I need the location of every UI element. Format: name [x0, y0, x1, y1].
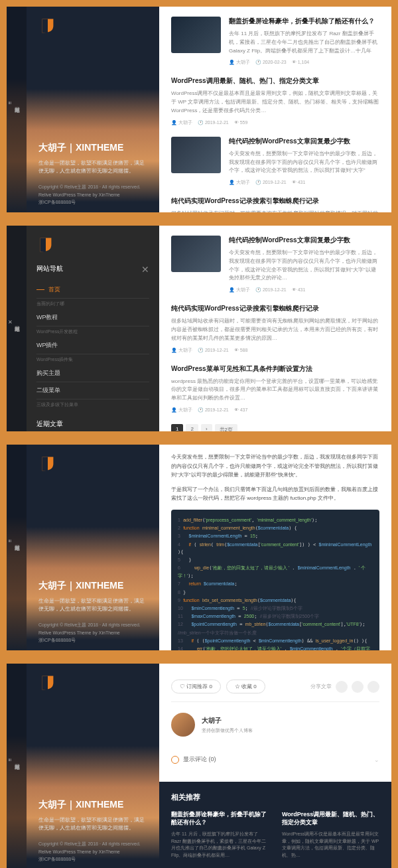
related-item-title: 翻盖折叠屏诠释豪华，折叠手机除了酷还有什么？	[171, 810, 269, 827]
close-icon[interactable]: ✕	[141, 264, 149, 275]
post-item[interactable]: 纯代码实现WordPress记录搜索引擎蜘蛛爬行记录很多站域网站收录有问题时，可…	[171, 304, 379, 353]
sidebar-nav: 网站菜单 ✕ 网站导航 ✕ 首页当面的到了哪WP教程WordPress开发教程W…	[7, 226, 159, 431]
paragraph: 于是我写了一个办法，我们只需简单下面这几句纯的放置到后面的数量，我顺着百度上搜索…	[171, 485, 379, 503]
nav-item[interactable]: WP插件	[36, 337, 149, 354]
post-excerpt: 今天突发奇想，想要限制一下文章评论当中的最少字数，后边，我发现现在很多同学下面的…	[229, 150, 379, 175]
page-1[interactable]: 1	[171, 424, 183, 431]
page-total: 共2页	[215, 424, 237, 431]
close-icon[interactable]: ✕	[7, 319, 13, 325]
post-meta: 👤 大胡子🕐 2019-12-21👁 431	[229, 287, 379, 293]
post-item[interactable]: 纯代码控制WordPress文章回复最少字数今天突发奇想，想要限制一下文章评论当…	[171, 137, 379, 186]
logo-icon[interactable]	[36, 236, 55, 254]
nav-sub: 三级及多级下拉菜单	[36, 399, 149, 410]
avatar[interactable]	[171, 713, 195, 737]
logo-icon[interactable]	[38, 17, 57, 35]
post-excerpt: WordPress调用不仅是最基本而且是最常用到文章，例如，随机文章调用到文章标…	[171, 90, 379, 115]
post-list: 纯代码控制WordPress文章回复最少字数今天突发奇想，想要限制一下文章评论当…	[159, 226, 391, 431]
post-title[interactable]: 纯代码实现WordPress记录搜索引擎蜘蛛爬行记录	[171, 196, 379, 206]
author-icon: 👤 大胡子	[171, 407, 192, 412]
article-body: 今天突发奇想，想要限制一下文章评论当中的最少字数，后边，我发现现在很多同学下面的…	[159, 445, 391, 650]
logo-icon[interactable]	[38, 455, 57, 473]
date-icon: 🕐 2019-12-21	[198, 120, 229, 125]
post-title[interactable]: 翻盖折叠屏诠释豪华，折叠手机除了酷还有什么？	[229, 17, 379, 26]
post-item[interactable]: WordPress调用最新、随机、热门、指定分类文章WordPress调用不仅是…	[171, 76, 379, 125]
post-meta: 👤 大胡子🕐 2019-12-21👁 559	[171, 119, 379, 126]
hamburger-icon[interactable]: ≡	[7, 759, 13, 762]
action-bar: ♡ 订阅推荐 0 ☆ 收藏 0 分享文章	[171, 672, 379, 702]
post-meta: 👤 大胡子🕐 2019-12-21👁 588	[171, 347, 379, 354]
site-footer: Copyright © Relive主题 2018 · All rights r…	[38, 840, 147, 863]
post-thumb	[171, 236, 221, 272]
views-icon: 👁 431	[292, 180, 306, 184]
date-icon: 🕐 2019-12-21	[255, 287, 287, 292]
date-icon: 🕐 2019-12-21	[198, 407, 229, 412]
post-title[interactable]: 纯代码控制WordPress文章回复最少字数	[229, 236, 379, 245]
screenshot-4: 网站菜单 ≡ 大胡子｜XINTHEME 生命是一团欲望，欲望不能满足便痛苦，满足…	[7, 664, 391, 868]
author-icon: 👤 大胡子	[171, 348, 192, 352]
related-item-title: WordPress调用最新、随机、热门、指定分类文章	[282, 810, 379, 827]
vertical-tab[interactable]: 网站菜单 ≡	[7, 664, 27, 868]
views-icon: 👁 431	[292, 287, 306, 292]
nav-item[interactable]: 购买主题	[36, 365, 149, 382]
nav-item[interactable]: WP教程	[36, 309, 149, 326]
post-thumb	[171, 17, 221, 53]
related-item-excerpt: WordPress调用不仅是最基本而且是最常用到文章，例如，随机文章调用到文章标…	[282, 831, 379, 859]
collect-button[interactable]: ☆ 收藏 0	[226, 680, 265, 693]
post-title[interactable]: WordPress调用最新、随机、热门、指定分类文章	[171, 76, 379, 86]
nav-sub: WordPress插件集	[36, 354, 149, 365]
page-2[interactable]: 2	[186, 424, 198, 431]
vertical-tab[interactable]: 网站菜单 ≡	[7, 7, 27, 212]
views-icon: 👁 1,104	[292, 60, 309, 64]
post-list: 翻盖折叠屏诠释豪华，折叠手机除了酷还有什么？去年 11 月后，联想旗下的摩托罗拉…	[159, 7, 391, 212]
author-card: 大胡子 坚持创新做优秀个人博客	[171, 702, 379, 747]
post-title[interactable]: 纯代码控制WordPress文章回复最少字数	[229, 137, 379, 146]
chevron-down-icon: ⌄	[374, 757, 379, 763]
author-name[interactable]: 大胡子	[202, 716, 253, 725]
share-wechat-icon[interactable]	[336, 681, 348, 693]
post-title[interactable]: 纯代码实现WordPress记录搜索引擎蜘蛛爬行记录	[171, 304, 379, 313]
related-section: 相关推荐 翻盖折叠屏诠释豪华，折叠手机除了酷还有什么？去年 11 月后，联想旗下…	[159, 782, 391, 868]
nav-item[interactable]: 二级菜单	[36, 382, 149, 399]
vertical-tab[interactable]: 网站菜单 ✕	[7, 226, 27, 431]
nav-item[interactable]: 首页	[36, 281, 149, 299]
site-desc: 生命是一团欲望，欲望不能满足便痛苦，满足便无聊，人生就在痛苦和无聊之间摇摆。	[38, 597, 147, 613]
author-icon: 👤 大胡子	[171, 120, 192, 125]
site-footer: Copyright © Relive主题 2018 · All rights r…	[38, 183, 147, 206]
nav-sub: 当面的到了哪	[36, 299, 149, 309]
post-item[interactable]: 翻盖折叠屏诠释豪华，折叠手机除了酷还有什么？去年 11 月后，联想旗下的摩托罗拉…	[171, 17, 379, 66]
post-excerpt: 很多站域网站收录有问题时，可能需要查询有无蜘蛛爬取到网站的爬取情况，对于网站的内…	[171, 317, 379, 342]
date-icon: 🕐 2019-12-21	[255, 180, 287, 184]
post-item[interactable]: WordPress菜单可见性和工具条件判断设置方法wordpress 最熟悉的功…	[171, 364, 379, 413]
related-title: 相关推荐	[171, 792, 379, 802]
views-icon: 👁 437	[234, 407, 248, 412]
post-meta: 👤 大胡子🕐 2019-12-21👁 431	[229, 179, 379, 186]
related-item[interactable]: WordPress调用最新、随机、热门、指定分类文章WordPress调用不仅是…	[282, 810, 379, 859]
share-weibo-icon[interactable]	[352, 681, 364, 693]
share-qq-icon[interactable]	[367, 681, 379, 693]
share-group: 分享文章	[310, 681, 379, 693]
post-excerpt: 去年 11 月后，联想旗下的摩托罗拉发布了 Razr 翻盖折叠屏手机，紧接着，三…	[229, 30, 379, 55]
post-meta: 👤 大胡子🕐 2019-12-21👁 437	[171, 407, 379, 413]
post-item[interactable]: 纯代码控制WordPress文章回复最少字数今天突发奇想，想要限制一下文章评论当…	[171, 236, 379, 293]
nav-title: 网站导航 ✕	[36, 264, 149, 273]
sidebar: 网站菜单 ≡ 大胡子｜XINTHEME 生命是一团欲望，欲望不能满足便痛苦，满足…	[7, 664, 159, 868]
screenshot-2: 网站菜单 ✕ 网站导航 ✕ 首页当面的到了哪WP教程WordPress开发教程W…	[7, 226, 391, 431]
hamburger-icon[interactable]: ≡	[7, 102, 13, 105]
like-button[interactable]: ♡ 订阅推荐 0	[171, 680, 221, 693]
hamburger-icon[interactable]: ≡	[7, 540, 13, 543]
vertical-tab[interactable]: 网站菜单 ≡	[7, 445, 27, 650]
nav-sub: WordPress开发教程	[36, 326, 149, 337]
post-title[interactable]: WordPress菜单可见性和工具条件判断设置方法	[171, 364, 379, 374]
site-title: 大胡子｜XINTHEME	[38, 580, 147, 592]
site-title: 大胡子｜XINTHEME	[38, 799, 147, 811]
comments-toggle[interactable]: 显示评论 (0) ⌄	[171, 747, 379, 772]
related-item[interactable]: 翻盖折叠屏诠释豪华，折叠手机除了酷还有什么？去年 11 月后，联想旗下的摩托罗拉…	[171, 810, 269, 859]
logo-icon[interactable]	[38, 674, 57, 692]
date-icon: 🕐 2019-12-21	[198, 348, 229, 352]
sidebar: 网站菜单 ≡ 大胡子｜XINTHEME 生命是一团欲望，欲望不能满足便痛苦，满足…	[7, 7, 159, 212]
page-next[interactable]: ›	[201, 424, 212, 431]
post-item[interactable]: 纯代码实现WordPress记录搜索引擎蜘蛛爬行记录很多站域网站收录有问题时，可…	[171, 196, 379, 212]
nav-panel: 网站导航 ✕ 首页当面的到了哪WP教程WordPress开发教程WP插件Word…	[27, 254, 159, 431]
comment-icon	[171, 756, 179, 764]
article-footer: ♡ 订阅推荐 0 ☆ 收藏 0 分享文章 大胡子 坚持创新做优秀个人博客 显示	[159, 664, 391, 868]
